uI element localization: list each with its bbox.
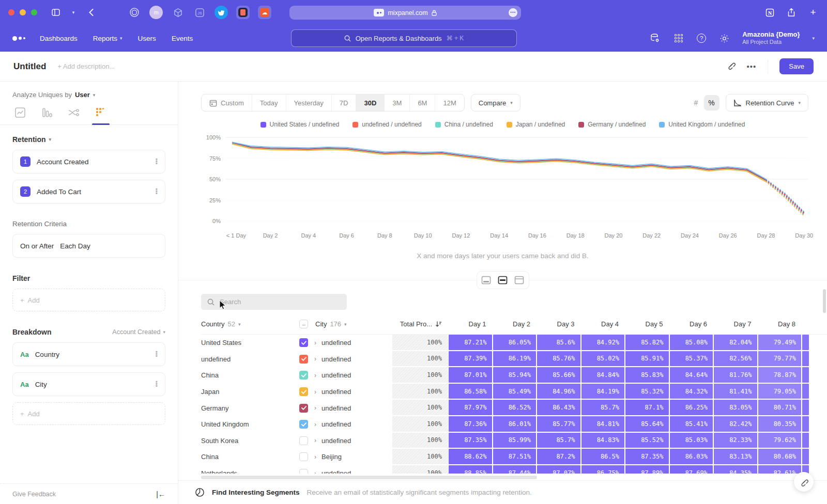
retention-cell[interactable]: 85.66% (537, 367, 580, 383)
retention-cell[interactable]: 85.7% (581, 400, 625, 415)
nav-item-reports[interactable]: Reports ▾ (93, 35, 122, 42)
retention-cell[interactable]: 87.51% (493, 449, 537, 464)
nav-item-events[interactable]: Events (172, 35, 193, 42)
retention-cell[interactable]: 84.96% (537, 384, 580, 399)
give-feedback-link[interactable]: Give Feedback (12, 491, 56, 498)
help-icon[interactable]: ? (697, 34, 706, 43)
retention-cell[interactable]: 86.52% (493, 400, 537, 415)
retention-cell[interactable]: 84.19% (581, 384, 625, 399)
tab-funnels[interactable] (39, 107, 55, 124)
retention-cell[interactable]: 85.6% (537, 335, 580, 350)
retention-cell[interactable]: 79.05% (758, 384, 802, 399)
city-cell[interactable]: ›undefined (299, 416, 392, 433)
format-percent-button[interactable]: % (704, 95, 719, 111)
chevron-down-icon[interactable]: ▾ (67, 6, 80, 19)
city-select-all-checkbox[interactable]: – (299, 320, 308, 328)
day-column-header[interactable]: Day 8 (758, 320, 802, 328)
cloud-icon[interactable]: ☁ (258, 6, 271, 19)
retention-cell[interactable]: 86.58% (449, 384, 492, 399)
date-range-7d[interactable]: 7D (332, 94, 357, 111)
city-cell[interactable]: ›undefined (299, 351, 392, 368)
legend-item[interactable]: Germany / undefined (578, 121, 646, 128)
retention-cell[interactable]: 87.35% (625, 449, 669, 464)
add-description-field[interactable]: + Add description... (57, 62, 115, 70)
retention-cell[interactable]: 85.03% (670, 433, 713, 448)
global-search[interactable]: Open Reports & Dashboards ⌘ + K (291, 29, 517, 47)
breakdown-add-button[interactable]: + Add (12, 402, 165, 425)
retention-cell[interactable]: 85.49% (493, 384, 537, 399)
retention-cell[interactable]: 86.75% (581, 465, 625, 474)
city-cell[interactable]: ›undefined (299, 465, 392, 474)
retention-cell[interactable]: 86.5% (581, 449, 625, 464)
total-column-header[interactable]: Total Pro... (392, 320, 448, 328)
retention-cell[interactable]: 85.37% (670, 351, 713, 367)
row-checkbox[interactable] (299, 452, 308, 461)
retention-cell[interactable]: 85.99% (493, 433, 537, 448)
date-range-yesterday[interactable]: Yesterday (286, 94, 332, 111)
country-cell[interactable]: United States (201, 335, 299, 351)
retention-cell[interactable]: 85.64% (625, 416, 669, 432)
expand-chevron-icon[interactable]: › (314, 339, 316, 346)
retention-cell[interactable]: 85.08% (670, 335, 713, 350)
row-checkbox[interactable] (299, 469, 308, 474)
city-cell[interactable]: ›undefined (299, 384, 392, 400)
retention-cell[interactable]: 86.05% (493, 335, 537, 350)
retention-cell[interactable]: 79.77% (758, 351, 802, 367)
legend-item[interactable]: Japan / undefined (507, 121, 565, 128)
retention-cell[interactable]: 87.69% (670, 465, 713, 474)
mixpanel-logo[interactable] (12, 36, 25, 41)
expand-chevron-icon[interactable]: › (314, 437, 316, 444)
url-more-icon[interactable]: ••• (509, 8, 517, 17)
retention-cell[interactable]: 79.49% (758, 335, 802, 350)
kebab-menu-icon[interactable]: ••• (156, 159, 158, 165)
day-column-header[interactable]: Day 5 (625, 320, 669, 328)
retention-cell[interactable]: 87.2% (537, 449, 580, 464)
target-icon[interactable] (128, 6, 141, 19)
retention-step-2[interactable]: 2Added To Cart ••• (12, 180, 165, 203)
legend-item[interactable]: China / undefined (435, 121, 493, 128)
retention-cell[interactable]: 85.82% (625, 335, 669, 350)
horizontal-scrollbar[interactable] (201, 476, 537, 479)
row-checkbox[interactable] (299, 436, 308, 445)
day-column-header[interactable]: Day 2 (493, 320, 537, 328)
retention-cell[interactable]: 85.94% (493, 367, 537, 383)
chart-plot-area[interactable] (226, 133, 808, 229)
chart-type-button[interactable]: Retention Curve ▾ (726, 94, 808, 112)
table-only-view-button[interactable] (512, 273, 527, 287)
apps-grid-icon[interactable] (673, 33, 684, 44)
copy-link-icon[interactable] (727, 61, 736, 72)
notion-icon[interactable]: N (764, 7, 775, 18)
country-cell[interactable]: Germany (201, 400, 299, 416)
data-management-icon[interactable] (649, 33, 661, 44)
retention-cell[interactable]: 86.43% (537, 400, 580, 415)
filter-add-button[interactable]: + Add (12, 289, 165, 311)
breakdown-item-country[interactable]: AaCountry ••• (12, 342, 165, 366)
row-checkbox-checked[interactable] (299, 420, 308, 429)
date-range-custom[interactable]: Custom (202, 94, 252, 111)
retention-cell[interactable]: 82.33% (714, 433, 757, 448)
retention-cell[interactable]: 84.32% (670, 384, 713, 399)
product-icon[interactable] (236, 6, 250, 19)
retention-cell[interactable]: 87.36% (449, 416, 492, 432)
retention-cell[interactable]: 87.35% (449, 433, 492, 448)
collapse-sidebar-icon[interactable]: |← (156, 490, 165, 498)
day-column-header[interactable]: Day 1 (448, 320, 493, 328)
city-cell[interactable]: ›Beijing (299, 449, 392, 465)
kebab-menu-icon[interactable]: ••• (156, 381, 158, 387)
retention-cell[interactable]: 88.62% (449, 449, 492, 464)
tab-retention[interactable] (93, 107, 109, 124)
m-avatar-icon[interactable]: m (149, 6, 163, 19)
sidebar-toggle-icon[interactable] (50, 6, 62, 19)
retention-cell[interactable]: 82.56% (714, 351, 757, 367)
retention-cell[interactable]: 80.71% (758, 400, 802, 415)
legend-item[interactable]: United States / undefined (261, 121, 340, 128)
close-window-button[interactable] (8, 9, 14, 15)
report-title[interactable]: Untitled (13, 61, 46, 72)
project-switcher[interactable]: Amazonia {Demo} All Project Data (742, 30, 800, 46)
retention-cell[interactable]: 85.52% (625, 433, 669, 448)
retention-cell[interactable]: 88.85% (449, 465, 492, 474)
new-tab-icon[interactable]: + (807, 7, 819, 18)
retention-cell[interactable]: 84.84% (581, 367, 625, 383)
retention-cell[interactable]: 87.89% (625, 465, 669, 474)
date-range-today[interactable]: Today (252, 94, 286, 111)
